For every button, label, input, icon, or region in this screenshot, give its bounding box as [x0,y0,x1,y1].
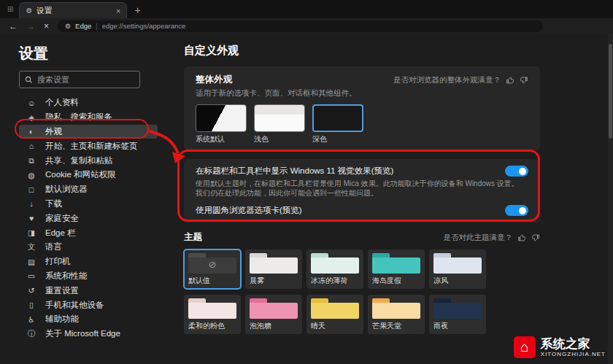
theme-label: 默认值 [188,276,236,285]
thumbs-up-icon[interactable] [517,233,526,242]
tab-strip: ⊞ ⚙ 设置 × + [0,0,613,18]
appearance-options: 系统默认 浅色 深色 [196,104,528,144]
thumbs-up-icon[interactable] [506,76,514,85]
stop-icon[interactable]: × [44,22,49,31]
sidebar-item[interactable]: ◈ 隐私、搜索和服务 [19,110,158,125]
theme-tile[interactable]: 泡泡糖 [245,295,302,334]
themes-title: 主题 [184,231,202,244]
sidebar-item[interactable]: ◐ 外观 [19,125,158,139]
theme-tile[interactable]: 海岛度假 [368,249,425,289]
sidebar-item[interactable]: □ 默认浏览器 [19,182,158,197]
settings-page: 设置 ☺ 个人资料 ◈ 隐私、搜索和服务 [0,34,613,364]
theme-label: 泡泡糖 [250,321,298,330]
appearance-option[interactable]: 浅色 [254,104,305,144]
sidebar-item[interactable]: ♿ 辅助功能 [19,312,158,327]
theme-tile[interactable]: ⊘ 默认值 [184,249,241,289]
mica-toggle-label: 在标题栏和工具栏中显示 Windows 11 视觉效果(预览) [196,166,393,177]
sidebar-item-icon: ◐ [26,127,36,136]
rounded-tabs-toggle[interactable] [505,205,528,216]
appearance-option-label: 深色 [312,134,363,144]
sidebar-item[interactable]: ▯ 手机和其他设备 [19,298,158,312]
sidebar-item[interactable]: ☺ 个人资料 [19,96,158,110]
sidebar-item-icon: ◈ [26,113,36,122]
theme-label: 海岛度假 [372,276,420,285]
theme-label: 冰冻的薄荷 [311,276,359,285]
sidebar-item-label: 个人资料 [45,97,79,108]
address-url: edge://settings/appearance [102,22,186,30]
sidebar-item-icon: ↓ [26,199,36,208]
browser-tab[interactable]: ⚙ 设置 × [19,2,127,18]
theme-tile[interactable]: 柔和的粉色 [184,295,241,334]
sidebar-item[interactable]: ↓ 下载 [19,197,158,212]
sidebar-item-label: 隐私、搜索和服务 [45,112,112,123]
folder-body [433,303,482,319]
address-bar[interactable]: ⚙ Edge | edge://settings/appearance [58,20,543,32]
theme-tile[interactable]: 晨雾 [245,249,302,289]
sidebar-item-label: 默认浏览器 [45,184,88,195]
sidebar-item-label: 辅助功能 [45,314,79,325]
sidebar-item-icon: ◨ [26,228,36,237]
appearance-option[interactable]: 深色 [312,104,363,144]
sidebar-item-icon: ♥ [26,214,36,222]
folder-body [311,257,359,274]
folder-body [433,257,482,274]
scrollbar[interactable] [608,34,613,364]
new-tab-button[interactable]: + [134,4,140,16]
sidebar-item-label: 打印机 [45,256,71,267]
theme-swatch [433,253,482,274]
sidebar-item[interactable]: ⌂ 开始、主页和新建标签页 [19,139,158,153]
browser-window: ⊞ ⚙ 设置 × + ← → × ⚙ Edge | edge://setting… [0,0,613,364]
address-separator: | [96,23,97,30]
sidebar-item-icon: ⓘ [26,329,36,339]
sidebar-item-label: Edge 栏 [45,228,76,239]
theme-tile[interactable]: 冰冻的薄荷 [306,249,363,289]
watermark-logo-icon: ⌂ [514,336,536,358]
sidebar-item-label: 共享、复制和粘贴 [45,155,112,166]
sidebar-item[interactable]: ◍ Cookie 和网站权限 [19,168,158,182]
overall-description: 适用于新的选项卡、页面、对话框和其他组件。 [196,88,528,98]
sidebar-item[interactable]: ▤ 打印机 [19,255,158,269]
sidebar-item[interactable]: ↺ 重置设置 [19,283,158,298]
theme-swatch: ⊘ [188,253,236,274]
scrollbar-thumb[interactable] [609,44,612,139]
search-input[interactable] [37,75,134,84]
forward-icon[interactable]: → [26,22,35,31]
back-icon[interactable]: ← [9,22,18,31]
thumbs-down-icon[interactable] [531,233,540,242]
overall-feedback: 是否对浏览器的整体外观满意？ [393,75,528,85]
theme-tile[interactable]: 晴天 [306,295,363,334]
tab-actions-icon[interactable]: ⊞ [7,5,13,13]
thumbs-down-icon[interactable] [520,76,528,85]
sidebar-item[interactable]: 文 语言 [19,240,158,255]
theme-tile[interactable]: 雨夜 [429,295,486,334]
settings-search-box[interactable] [19,71,140,88]
sidebar-item-label: 语言 [45,241,62,252]
settings-sidebar: 设置 ☺ 个人资料 ◈ 隐私、搜索和服务 [0,34,174,364]
theme-swatch [250,253,298,274]
mica-toggle[interactable] [505,166,528,177]
theme-tile[interactable]: 凉风 [429,249,486,289]
theme-label: 芒果天堂 [372,321,420,330]
folder-body [372,303,420,319]
visual-effects-section: 在标题栏和工具栏中显示 Windows 11 视觉效果(预览) 使用默认主题时，… [184,159,540,222]
overall-appearance-section: 整体外观 是否对浏览器的整体外观满意？ 适用于新的选项卡、页面、对话框和其 [184,66,540,150]
close-tab-icon[interactable]: × [116,7,120,15]
appearance-option[interactable]: 系统默认 [196,104,247,144]
sidebar-item-icon: ☺ [26,98,36,107]
sidebar-item[interactable]: ◨ Edge 栏 [19,225,158,240]
theme-swatch [250,298,298,319]
sidebar-item[interactable]: ⓘ 关于 Microsoft Edge [19,327,158,341]
theme-tile[interactable]: 芒果天堂 [368,295,425,334]
sidebar-item[interactable]: ⧉ 共享、复制和粘贴 [19,153,158,168]
sidebar-item-icon: ▤ [26,257,36,266]
folder-body [250,257,298,274]
sidebar-title: 设置 [19,44,174,63]
sidebar-item-icon: ◍ [26,171,36,179]
sidebar-item-label: 重置设置 [45,285,79,296]
sidebar-item[interactable]: ▭ 系统和性能 [19,269,158,284]
sidebar-item-icon: ↺ [26,286,36,295]
sidebar-item-label: 关于 Microsoft Edge [45,328,120,339]
watermark-name: 系统之家 [541,338,606,351]
search-icon [25,76,33,84]
sidebar-item[interactable]: ♥ 家庭安全 [19,211,158,225]
